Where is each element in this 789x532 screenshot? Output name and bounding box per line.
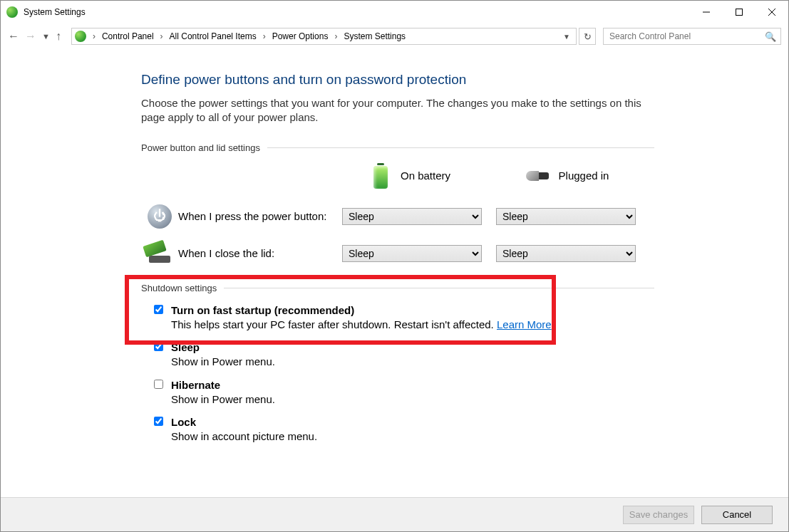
app-icon (6, 6, 18, 18)
refresh-button[interactable]: ↻ (579, 28, 596, 45)
svg-rect-1 (736, 9, 743, 16)
lock-item: Lock Show in account picture menu. (151, 415, 654, 444)
section-heading-shutdown: Shutdown settings (141, 283, 654, 293)
power-button-plugged-select[interactable]: Sleep (496, 208, 636, 225)
breadcrumb-item[interactable]: System Settings (339, 31, 410, 41)
sleep-label: Sleep (171, 341, 200, 353)
close-button[interactable] (756, 1, 788, 24)
section-heading-label: Shutdown settings (141, 283, 224, 293)
window-title: System Settings (24, 7, 86, 17)
plug-icon (523, 169, 549, 182)
title-bar: System Settings (1, 1, 788, 24)
minimize-button[interactable] (690, 1, 723, 24)
lock-checkbox[interactable] (154, 417, 163, 426)
page-description: Choose the power settings that you want … (141, 96, 654, 125)
fast-startup-checkbox[interactable] (154, 305, 163, 314)
breadcrumb[interactable]: › Control Panel › All Control Panel Item… (71, 28, 577, 45)
power-button-row-label: When I press the power button: (178, 210, 342, 222)
hibernate-desc: Show in Power menu. (171, 392, 275, 407)
sleep-item: Sleep Show in Power menu. (151, 340, 654, 370)
breadcrumb-item[interactable]: All Control Panel Items (165, 31, 261, 41)
lid-battery-select[interactable]: Sleep (342, 245, 482, 262)
hibernate-checkbox[interactable] (154, 380, 163, 389)
shutdown-settings: Turn on fast startup (recommended) This … (151, 303, 654, 444)
power-grid: On battery Plugged in ⏻ When I press the… (141, 163, 654, 263)
chevron-right-icon: › (261, 31, 268, 41)
lid-row-label: When I close the lid: (178, 247, 342, 259)
nav-arrows: ← → ▼ ↑ (8, 30, 61, 43)
search-input[interactable] (608, 31, 765, 42)
recent-dropdown-icon[interactable]: ▼ (42, 32, 50, 41)
lock-desc: Show in account picture menu. (171, 429, 317, 444)
power-button-icon: ⏻ (148, 204, 172, 229)
battery-icon (373, 163, 388, 189)
sleep-desc: Show in Power menu. (171, 355, 275, 369)
chevron-right-icon: › (158, 31, 165, 41)
chevron-right-icon: › (91, 31, 98, 41)
learn-more-link[interactable]: Learn More (497, 318, 552, 330)
save-button[interactable]: Save changes (623, 506, 694, 524)
chevron-right-icon: › (332, 31, 339, 41)
lid-icon (147, 244, 172, 263)
lock-label: Lock (171, 416, 196, 428)
button-bar: Save changes Cancel (1, 497, 788, 531)
nav-bar: ← → ▼ ↑ › Control Panel › All Control Pa… (1, 24, 788, 49)
cancel-button[interactable]: Cancel (701, 506, 773, 524)
content-area: Define power buttons and turn on passwor… (1, 51, 788, 497)
forward-button[interactable]: → (25, 30, 36, 43)
up-button[interactable]: ↑ (56, 30, 61, 43)
breadcrumb-icon (75, 31, 86, 42)
search-box[interactable]: 🔍 (603, 28, 781, 45)
maximize-button[interactable] (723, 1, 756, 24)
page-title: Define power buttons and turn on passwor… (141, 72, 654, 88)
power-button-battery-select[interactable]: Sleep (342, 208, 482, 225)
sleep-checkbox[interactable] (154, 342, 163, 351)
section-heading-label: Power button and lid settings (141, 142, 267, 153)
section-heading-buttons: Power button and lid settings (141, 142, 654, 153)
breadcrumb-item[interactable]: Control Panel (98, 31, 158, 41)
hibernate-item: Hibernate Show in Power menu. (151, 378, 654, 407)
hibernate-label: Hibernate (171, 379, 220, 391)
search-icon[interactable]: 🔍 (765, 31, 776, 42)
column-battery-label: On battery (401, 169, 450, 182)
breadcrumb-item[interactable]: Power Options (268, 31, 333, 41)
fast-startup-label: Turn on fast startup (recommended) (171, 304, 354, 316)
lid-plugged-select[interactable]: Sleep (496, 245, 636, 262)
column-plugged-label: Plugged in (559, 169, 609, 182)
fast-startup-item: Turn on fast startup (recommended) This … (151, 303, 654, 333)
back-button[interactable]: ← (8, 30, 19, 43)
fast-startup-desc: This helps start your PC faster after sh… (171, 318, 497, 330)
chevron-down-icon[interactable]: ▼ (563, 33, 570, 41)
